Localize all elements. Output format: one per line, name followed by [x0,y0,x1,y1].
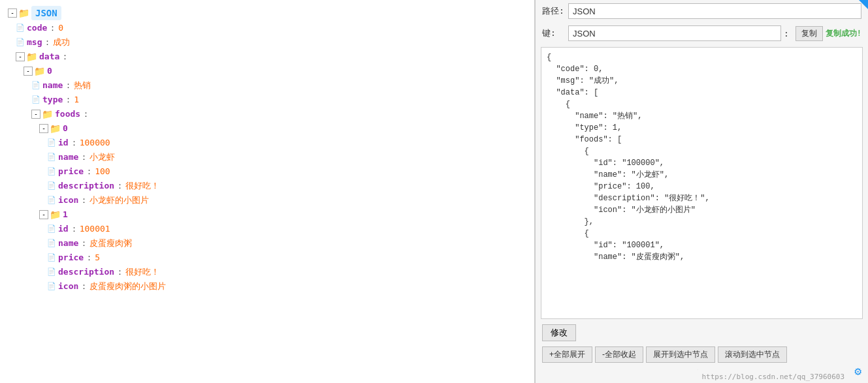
tree-row-type-0[interactable]: 📄 type ： 1 [3,93,532,107]
file-icon-foods-0-name: 📄 [47,151,56,164]
file-icon-foods-0-desc: 📄 [47,179,56,192]
file-icon-foods-0-icon: 📄 [47,194,56,207]
path-label: 路径: [542,5,568,17]
key-row: 键: : 复制 复制成功! [536,22,868,44]
colon-separator: : [784,29,789,38]
expand-to-button[interactable]: 展开到选中节点 [646,346,715,363]
tree-row-foods-0-icon[interactable]: 📄 icon ： 小龙虾的小图片 [3,193,532,207]
tree-row-root[interactable]: - 📁 JSON [3,5,532,21]
url-hint: https://blog.csdn.net/qq_37960603 [701,373,844,381]
folder-icon-foods-1: 📁 [50,208,61,221]
tree-row-foods-0-id[interactable]: 📄 id ： 100000 [3,136,532,150]
json-display-area[interactable]: { "code": 0, "msg": "成功", "data": [ { "n… [541,47,863,319]
folder-icon-root: 📁 [18,7,29,20]
gear-icon[interactable]: ⚙ [854,364,861,378]
toggle-foods-1[interactable]: - [39,210,48,219]
modify-row: 修改 [536,322,868,344]
folder-icon-data-0: 📁 [34,65,45,78]
file-icon-foods-1-desc: 📄 [47,266,56,279]
root-label: JSON [31,6,61,20]
tree-row-foods-1-icon[interactable]: 📄 icon ： 皮蛋瘦肉粥的小图片 [3,279,532,294]
key-input[interactable] [568,25,781,41]
file-icon-name-0: 📄 [31,79,40,92]
path-row: 路径: [536,0,868,22]
tree-row-foods[interactable]: - 📁 foods ： [3,107,532,121]
json-content: { "code": 0, "msg": "成功", "data": [ { "n… [541,48,862,267]
toggle-foods[interactable]: - [31,110,40,119]
copy-success-text: 复制成功! [826,28,861,39]
toggle-foods-0[interactable]: - [39,124,48,133]
toggle-root[interactable]: - [8,8,17,18]
tree-row-foods-0-desc[interactable]: 📄 description ： 很好吃！ [3,179,532,193]
file-icon-msg: 📄 [16,36,25,49]
tree-row-msg[interactable]: 📄 msg ： 成功 [3,35,532,50]
tree-row-foods-1-price[interactable]: 📄 price ： 5 [3,251,532,265]
file-icon-foods-1-id: 📄 [47,222,56,236]
collapse-all-button[interactable]: -全部收起 [595,346,643,363]
tree-row-data[interactable]: - 📁 data ： [3,50,532,64]
copy-button[interactable]: 复制 [796,26,823,41]
file-icon-type-0: 📄 [31,93,40,106]
expand-all-button[interactable]: +全部展开 [542,346,592,363]
folder-icon-data: 📁 [26,50,37,63]
action-row: +全部展开 -全部收起 展开到选中节点 滚动到选中节点 [536,344,868,365]
modify-button[interactable]: 修改 [542,324,576,341]
tree-row-foods-0-price[interactable]: 📄 price ： 100 [3,164,532,179]
file-icon-foods-0-id: 📄 [47,136,56,149]
tree-row-name-0[interactable]: 📄 name ： 热销 [3,78,532,93]
key-label: 键: [542,27,568,39]
file-icon-foods-0-price: 📄 [47,165,56,178]
tree-row-foods-1-desc[interactable]: 📄 description ： 很好吃！ [3,265,532,279]
tree-row-foods-0[interactable]: - 📁 0 [3,121,532,136]
path-input[interactable] [568,3,861,19]
file-icon-foods-1-price: 📄 [47,251,56,264]
tree-row-code[interactable]: 📄 code ： 0 [3,21,532,35]
folder-icon-foods: 📁 [42,108,53,121]
tree-row-foods-1[interactable]: - 📁 1 [3,207,532,222]
tree-row-foods-0-name[interactable]: 📄 name ： 小龙虾 [3,150,532,164]
tree-row-foods-1-name[interactable]: 📄 name ： 皮蛋瘦肉粥 [3,236,532,251]
folder-icon-foods-0: 📁 [50,122,61,135]
bottom-bar: https://blog.csdn.net/qq_37960603 ⚙ [536,370,868,383]
file-icon-foods-1-icon: 📄 [47,280,56,293]
file-icon-code: 📄 [16,22,25,35]
toggle-data-0[interactable]: - [24,67,33,76]
scroll-to-button[interactable]: 滚动到选中节点 [718,346,787,363]
file-icon-foods-1-name: 📄 [47,237,56,250]
tree-row-foods-1-id[interactable]: 📄 id ： 100001 [3,222,532,236]
toggle-data[interactable]: - [16,52,25,61]
right-panel: 路径: 键: : 复制 复制成功! { "code": 0, "msg": "成… [535,0,868,383]
tree-panel: - 📁 JSON 📄 code ： 0 📄 msg ： 成功 - 📁 data … [0,0,535,383]
tree-row-data-0[interactable]: - 📁 0 [3,64,532,78]
